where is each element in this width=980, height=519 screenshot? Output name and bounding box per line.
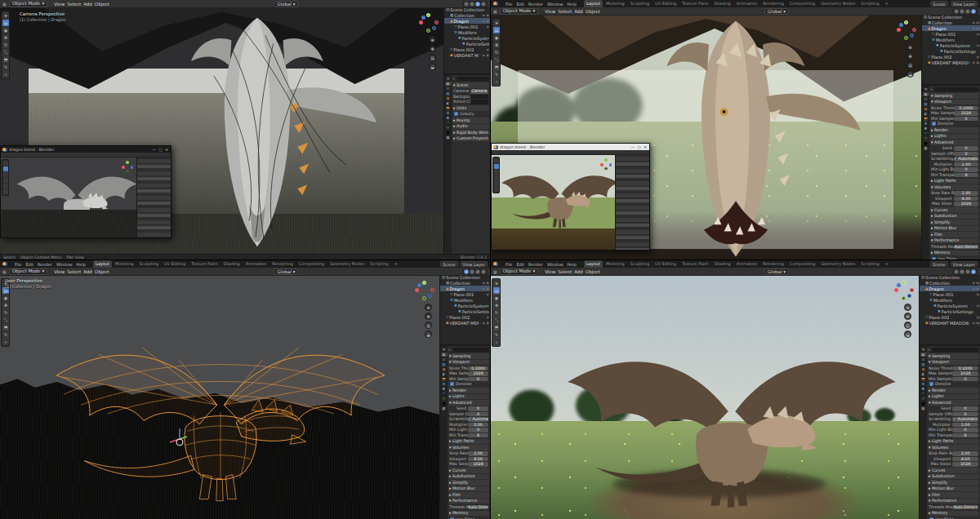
property-row[interactable]: ▾ Sampling <box>930 93 979 99</box>
outliner-row[interactable]: ▲ Dragon ◉ ▣ <box>920 286 980 291</box>
outliner-row[interactable]: ▽ Plane.001 ◉ <box>922 31 980 37</box>
editor-type-icon[interactable]: ▦ <box>493 269 497 274</box>
viewport-nav-button[interactable]: ⬓ <box>425 330 432 338</box>
property-value[interactable]: 1024 <box>954 111 978 116</box>
visibility-icons[interactable]: ◉ ▣ <box>482 281 489 285</box>
solid-shading-button[interactable] <box>470 269 474 274</box>
properties-tab[interactable]: ◠ <box>920 392 927 396</box>
visibility-icons[interactable]: ✓ ◉ ▣ <box>479 321 489 325</box>
rendered-shading-button[interactable] <box>481 269 486 274</box>
workspace-tab[interactable]: Modeling <box>604 260 627 268</box>
tool-button[interactable]: ⤡ <box>2 317 9 323</box>
material-shading-button[interactable] <box>475 269 480 274</box>
property-value[interactable]: 1024 <box>468 371 488 376</box>
property-row[interactable]: Min Samples 0 <box>928 376 979 382</box>
tool-button[interactable]: ⤡ <box>493 317 500 323</box>
workspace-tab[interactable]: UV Editing <box>653 0 679 7</box>
viewport-nav-button[interactable]: ✥ <box>425 313 432 320</box>
properties-tab[interactable]: ▦ <box>923 146 929 150</box>
property-row[interactable]: Seed 0 <box>928 406 979 412</box>
property-value[interactable]: 0.1000 <box>952 366 978 371</box>
workspace-tab[interactable]: Shading <box>711 260 733 268</box>
property-row[interactable]: Threads Mode Auto-Detect <box>928 504 979 510</box>
navigation-gizmo[interactable] <box>897 20 916 40</box>
properties-tab[interactable]: ✱ <box>923 126 929 131</box>
viewport-nav-button[interactable]: ⊕ <box>904 304 911 311</box>
workspace-tab[interactable]: Layout <box>584 0 603 7</box>
outliner-row[interactable]: ▲ Dragon ◉ ▣ <box>922 25 980 31</box>
app-menu-item[interactable]: Edit <box>514 262 526 267</box>
property-row[interactable]: ✓ Denoise <box>448 382 489 388</box>
properties-tab[interactable]: ⚒ <box>445 77 452 81</box>
property-row[interactable]: Seed 0 <box>930 146 979 152</box>
app-menu-item[interactable]: Help <box>75 262 87 267</box>
workspace-tab[interactable]: Animation <box>734 260 760 268</box>
property-value[interactable]: 0 <box>468 428 488 432</box>
outliner-row[interactable]: ✱ ParticleSystem ◉ <box>920 303 980 308</box>
property-row[interactable]: ▸ Subdivision <box>448 474 489 480</box>
viewport-menu-item[interactable]: Select <box>557 9 572 14</box>
properties-tab[interactable]: ⚙ <box>445 111 452 115</box>
property-value[interactable]: 4.00 <box>468 457 488 462</box>
viewport-menu-item[interactable]: Object <box>585 9 601 14</box>
property-value[interactable]: 0 <box>952 377 978 382</box>
outliner-row[interactable]: ▽ Plane.001 ◉ <box>444 24 490 29</box>
tool-button[interactable]: ✥ <box>493 42 500 48</box>
tool-button[interactable]: ✥ <box>493 302 500 308</box>
tool-button[interactable]: ✎ <box>2 331 9 338</box>
visibility-icons[interactable]: ◉ ▣ <box>482 13 489 17</box>
property-row[interactable]: ▸ Film <box>448 492 489 498</box>
property-row[interactable]: Noise Threshold 0.1000 <box>448 366 489 371</box>
properties-tab[interactable]: ⚙ <box>923 122 929 126</box>
properties-tab[interactable]: ● <box>920 401 927 406</box>
property-row[interactable]: ▸ Rigid Body World <box>452 130 489 135</box>
workspace-tab[interactable]: Sculpting <box>628 0 652 7</box>
property-value[interactable]: ✓ Automatic <box>952 417 978 422</box>
property-row[interactable]: Sample Offset 0 <box>928 411 979 417</box>
visibility-icons[interactable]: ◉ <box>977 55 980 59</box>
visibility-icons[interactable]: ✓ ◉ ▣ <box>969 321 979 325</box>
tool-button[interactable]: ↻ <box>493 49 500 55</box>
visibility-icons[interactable]: ◉ ▣ <box>972 281 979 285</box>
properties-tab[interactable]: ⬒ <box>923 117 929 121</box>
property-row[interactable]: ▸ Subdivision <box>928 474 979 480</box>
tool-button[interactable]: ◉ <box>2 295 9 301</box>
3d-viewport[interactable]: ⊕✥▤⬓ ➤▭◉✥↻⤡⬒✎⌯ <box>491 276 919 519</box>
workspace-tab[interactable]: Texture Paint <box>679 0 710 7</box>
properties-tab[interactable]: ● <box>923 141 929 145</box>
outliner-row[interactable]: ▽ Plane.002 ◉ <box>444 47 490 52</box>
property-row[interactable]: Scrambling Distance ✓ Automatic <box>928 417 979 423</box>
wireframe-shading-button[interactable] <box>464 2 469 7</box>
properties-tab[interactable]: ▣ <box>441 353 448 357</box>
view-layer-selector[interactable]: View Layer <box>951 261 978 267</box>
property-value[interactable] <box>470 100 488 104</box>
visibility-icons[interactable]: ◉ ▣ <box>482 286 489 291</box>
viewport-nav-button[interactable]: ✥ <box>906 52 914 60</box>
properties-tab[interactable]: ● <box>445 131 452 135</box>
property-row[interactable]: Max Samples 1024 <box>930 111 979 117</box>
workspace-tab[interactable]: + <box>392 260 400 268</box>
property-row[interactable]: ▾ Viewport <box>930 100 979 105</box>
visibility-icons[interactable]: ◉ <box>977 43 980 47</box>
workspace-tab[interactable]: Scripting <box>368 260 390 268</box>
3d-viewport[interactable]: User Perspective (1) Collection | Dragon… <box>0 276 439 519</box>
properties-tab[interactable]: ◠ <box>445 121 452 125</box>
tool-button[interactable]: ⌯ <box>2 339 9 345</box>
properties-tab[interactable]: ◐ <box>441 372 448 376</box>
workspace-tab[interactable]: Sculpting <box>137 260 161 268</box>
properties-tab[interactable]: ✱ <box>920 387 927 391</box>
workspace-tab[interactable]: Shading <box>220 260 242 268</box>
property-row[interactable]: ▸ Audio <box>452 124 489 130</box>
property-value[interactable]: Auto-Detect <box>954 245 978 250</box>
visibility-icons[interactable]: ◉ <box>487 304 490 308</box>
workspace-tab[interactable]: Rendering <box>270 260 296 268</box>
solid-shading-button[interactable] <box>960 9 964 14</box>
tool-button[interactable]: ↻ <box>493 309 500 316</box>
properties-tab[interactable]: ▽ <box>445 126 452 130</box>
navigation-gizmo[interactable] <box>419 13 439 33</box>
tool-button[interactable]: ⬒ <box>2 324 9 330</box>
property-row[interactable]: ▾ Viewport <box>448 360 489 366</box>
tool-button[interactable]: ↻ <box>2 42 9 48</box>
tool-button[interactable]: ✎ <box>493 71 500 78</box>
workspace-tab[interactable]: UV Editing <box>653 260 679 268</box>
